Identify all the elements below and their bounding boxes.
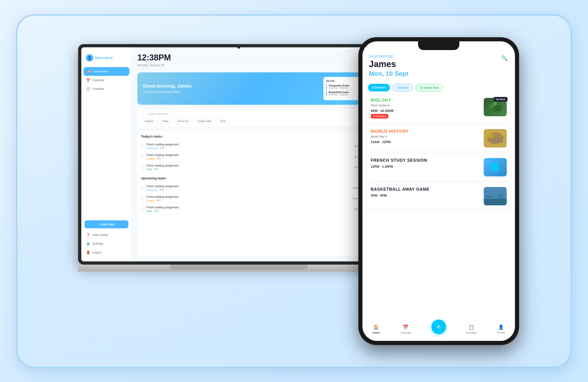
calendar-nav-icon: 📅: [402, 324, 409, 330]
bookmark-icon: [492, 163, 499, 172]
sidebar-item-calendar[interactable]: 📅 Calendar: [81, 76, 132, 85]
history-svg: [484, 129, 507, 148]
sidebar-item-dashboard[interactable]: 🏠 Dashboard: [84, 67, 129, 76]
task-checkbox[interactable]: [141, 155, 144, 158]
phone-bottom-nav: 🏠 Home 📅 Calendar + 📋 Activities: [362, 321, 515, 341]
task-name: Finish reading assignment: [147, 206, 179, 209]
nav-calendar-label: Calendar: [400, 331, 411, 335]
task-info: Finish reading assignment Chemistry 80%: [147, 143, 179, 149]
task-checkbox[interactable]: [141, 207, 144, 211]
class-card-content: BIOLOGY Plant Systems 9AM - 10.30AM 1 Ta…: [371, 98, 481, 119]
quick-tab-custom[interactable]: Custom date: [194, 118, 215, 124]
table-row[interactable]: Finish reading assignment Chemistry 80%: [141, 183, 367, 193]
nav-item-home[interactable]: 🏠 Home: [373, 324, 380, 335]
table-row[interactable]: Finish reading assignment Math 80%: [141, 162, 367, 173]
greeting-subtitle: You have 3 tasks due today.: [143, 90, 193, 93]
sidebar-item-help[interactable]: ❓ Help Center: [81, 231, 132, 239]
nav-plus-button[interactable]: +: [431, 319, 446, 334]
tag-progress: 80%: [160, 189, 165, 191]
task-checkbox[interactable]: [141, 145, 144, 148]
phone-user-name: James: [369, 59, 508, 69]
quick-tab-time[interactable]: Time: [217, 118, 229, 124]
stat-badge-exams[interactable]: 5 Exams: [392, 84, 413, 91]
outer-frame: 👤 MyStudyLife 🏠 Dashboard 📅 Calendar: [16, 14, 572, 368]
sidebar-logo: 👤 MyStudyLife: [81, 52, 132, 67]
list-item[interactable]: French study session 12PM - 1.30PM: [367, 154, 510, 180]
upnext-item-1: Geography Exam 4:00 PM - 5:00 PM: [326, 84, 362, 89]
class-subject: WORLD HISTORY: [371, 129, 481, 134]
nav-item-profile[interactable]: 👤 Profile: [497, 324, 505, 335]
biology-svg: [486, 100, 504, 114]
class-time: 12PM - 1.30PM: [371, 165, 481, 168]
laptop-base: [78, 265, 400, 272]
class-card-content: French study session 12PM - 1.30PM: [371, 158, 481, 176]
greeting-title: Good morning, James.: [143, 83, 193, 89]
laptop-main: 12:38PM Monday, January 29 Good morning,…: [132, 47, 376, 261]
tag-math: Math: [147, 210, 152, 212]
task-tags: Math 80%: [147, 210, 179, 212]
upcoming-tasks-title: Upcoming tasks ›: [141, 176, 367, 180]
sidebar-logout-label: Logout: [92, 251, 102, 254]
table-row[interactable]: Finish reading assignment English 80%: [141, 193, 367, 204]
task-info: Finish reading assignment Math 80%: [147, 206, 179, 212]
sidebar-item-logout[interactable]: 🚪 Logout: [81, 248, 132, 257]
task-info: Finish reading assignment English 80%: [147, 153, 179, 160]
activities-icon: 📋: [86, 87, 90, 91]
task-checkbox[interactable]: [141, 186, 144, 190]
search-icon[interactable]: 🔍: [500, 54, 508, 63]
quick-tab-tomorrow[interactable]: Tomorrow: [174, 118, 192, 124]
task-left: Finish reading assignment English 80%: [141, 153, 179, 160]
laptop-sidebar: 👤 MyStudyLife 🏠 Dashboard 📅 Calendar: [81, 47, 132, 261]
nav-item-calendar[interactable]: 📅 Calendar: [400, 324, 411, 335]
quick-tab-today[interactable]: Today: [158, 118, 172, 124]
task-info: Finish reading assignment Math 80%: [147, 164, 179, 171]
class-card-content: WORLD HISTORY World War II 11AM - 12PM: [371, 129, 481, 148]
upnext-item-2-name: Basketball Game: [329, 91, 362, 93]
laptop-screen-outer: 👤 MyStudyLife 🏠 Dashboard 📅 Calendar: [78, 44, 400, 265]
laptop-device: 👤 MyStudyLife 🏠 Dashboard 📅 Calendar: [78, 44, 400, 297]
settings-icon: ⚙️: [86, 242, 90, 246]
quick-tab-subject[interactable]: Subject: [141, 118, 157, 124]
class-subject: BIOLOGY: [371, 98, 481, 103]
task-tags: Chemistry 80%: [147, 147, 179, 149]
laptop-camera: [237, 45, 240, 49]
sidebar-item-activities[interactable]: 📋 Activities: [81, 85, 132, 93]
sidebar-dashboard-label: Dashboard: [93, 70, 108, 73]
class-topic: World War II: [371, 135, 481, 138]
plus-icon: +: [436, 322, 441, 331]
devices-container: 👤 MyStudyLife 🏠 Dashboard 📅 Calendar: [64, 33, 524, 350]
table-row[interactable]: Finish reading assignment Math 80%: [141, 204, 367, 214]
add-task-button[interactable]: + Add task: [84, 220, 128, 228]
task-checkbox[interactable]: [141, 197, 144, 200]
tag-progress: 80%: [154, 210, 158, 212]
class-topic: Plant Systems: [371, 104, 481, 107]
add-task-label: + Add task: [99, 223, 114, 226]
list-item[interactable]: WORLD HISTORY World War II 11AM - 12PM: [367, 126, 510, 151]
tag-math: Math: [147, 168, 152, 171]
phone-greeting: Good Morning!: [369, 54, 508, 58]
class-subject: Basketball away game: [371, 187, 481, 192]
tag-progress: 80%: [157, 199, 161, 202]
sidebar-help-label: Help Center: [92, 233, 108, 237]
list-item[interactable]: Basketball away game 3PM - 5PM: [367, 183, 510, 209]
stat-badge-classes[interactable]: 4 Classes: [368, 84, 390, 91]
phone-scroll: BIOLOGY Plant Systems 9AM - 10.30AM 1 Ta…: [362, 94, 515, 321]
class-card-content: Basketball away game 3PM - 5PM: [371, 187, 481, 205]
table-row[interactable]: Finish reading assignment Chemistry 80%: [141, 141, 367, 152]
task-checkbox[interactable]: [141, 166, 144, 169]
upnext-badge: Up Next: [493, 97, 508, 102]
task-info: Finish reading assignment Chemistry 80%: [147, 185, 179, 191]
stat-badge-tasks[interactable]: 10 Tasks Due: [416, 84, 443, 91]
greeting-text: Good morning, James. You have 3 tasks du…: [143, 83, 193, 93]
logout-icon: 🚪: [86, 250, 90, 255]
task-left: Finish reading assignment Math 80%: [141, 206, 179, 212]
list-item[interactable]: BIOLOGY Plant Systems 9AM - 10.30AM 1 Ta…: [367, 94, 510, 122]
upnext-label: Up next: [326, 80, 362, 82]
table-row[interactable]: Finish reading assignment English 80%: [141, 152, 367, 162]
task-info: Finish reading assignment English 80%: [147, 195, 179, 202]
quick-add-input[interactable]: ＋ + Quick add task: [141, 112, 366, 116]
nav-item-activities[interactable]: 📋 Activities: [466, 324, 477, 335]
phone-device: 🔍 Good Morning! James Mon, 10 Sept 4 Cla…: [358, 37, 519, 345]
sidebar-item-settings[interactable]: ⚙️ Settings: [81, 239, 132, 248]
nav-home-label: Home: [373, 331, 380, 335]
